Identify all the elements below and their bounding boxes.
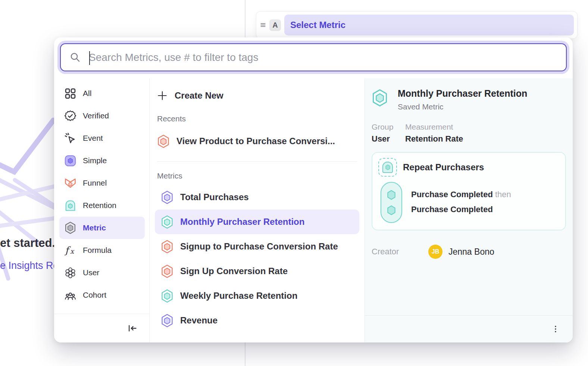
series-a-badge[interactable]: A [269, 19, 281, 31]
sidebar-item-label: Simple [83, 156, 107, 165]
text-caret [89, 51, 90, 65]
sidebar-item-metric[interactable]: Metric [59, 217, 145, 239]
sidebar-footer [54, 314, 149, 342]
measurement-value: Retention Rate [405, 134, 463, 144]
create-new-label: Create New [175, 90, 223, 101]
drag-handle-icon[interactable] [259, 21, 267, 29]
background-heading-fragment: et started. [0, 236, 55, 250]
recent-item[interactable]: View Product to Purchase Conversi... [157, 129, 357, 153]
grid-icon [65, 88, 76, 99]
event-hexagon-icon [387, 205, 396, 215]
creator-label: Creator [372, 247, 428, 257]
metrics-header: Metrics [157, 171, 357, 180]
definition-name: Repeat Purchasers [403, 162, 484, 173]
group-label: Group [372, 122, 405, 131]
metric-hexagon-icon [65, 222, 76, 234]
sidebar-item-all[interactable]: All [59, 82, 145, 105]
definition-connector: then [495, 190, 511, 199]
retention-arch-icon [65, 200, 76, 211]
metric-hexagon-icon [157, 134, 170, 148]
sidebar-item-funnel[interactable]: Funnel [59, 172, 145, 194]
sidebar-item-verified[interactable]: Verified [59, 105, 145, 127]
sidebar-item-label: Retention [83, 201, 116, 210]
detail-title: Monthly Purchaser Retention [398, 88, 527, 99]
metric-hexagon-icon [161, 289, 173, 303]
retention-behavior-icon [378, 158, 397, 177]
creator-row: Creator JB Jenna Bono [372, 245, 566, 259]
measurement-label: Measurement [405, 122, 453, 131]
saved-metric-icon [372, 89, 388, 107]
definition-step1: Purchase Completed [411, 190, 493, 199]
collapse-sidebar-button[interactable] [125, 321, 140, 335]
sidebar-item-simple[interactable]: Simple [59, 149, 145, 172]
search-input[interactable] [81, 46, 566, 69]
search-icon [69, 52, 81, 63]
metric-row-label: Signup to Purchase Conversion Rate [180, 241, 338, 252]
create-new-button[interactable]: Create New [157, 87, 357, 105]
sidebar-item-label: Event [83, 134, 103, 143]
group-value: User [372, 134, 405, 144]
sidebar-item-retention[interactable]: Retention [59, 194, 145, 217]
detail-subtitle: Saved Metric [398, 102, 527, 111]
metric-row[interactable]: Weekly Purchase Retention [155, 283, 359, 308]
event-sequence-pill [381, 182, 402, 223]
sidebar-item-label: Metric [83, 223, 106, 232]
metric-hexagon-icon [161, 190, 173, 204]
sidebar-item-cohort[interactable]: Cohort [59, 284, 145, 306]
definition-step2: Purchase Completed [411, 205, 493, 214]
metric-row-label: Revenue [180, 315, 218, 326]
detail-header: Monthly Purchaser Retention Saved Metric [372, 88, 566, 111]
metric-row-selected[interactable]: Monthly Purchaser Retention [155, 210, 359, 234]
background-link-fragment[interactable]: e Insights Re [0, 260, 59, 272]
event-cursor-icon [65, 133, 76, 144]
cohort-people-icon [65, 289, 76, 301]
event-hexagon-icon [387, 190, 396, 200]
metric-hexagon-icon [161, 264, 173, 278]
metric-hexagon-icon [161, 240, 173, 254]
plus-icon [157, 90, 168, 101]
metric-hexagon-icon [161, 215, 173, 229]
metric-row[interactable]: Signup to Purchase Conversion Rate [155, 234, 359, 259]
collapse-icon [128, 323, 137, 333]
sidebar-item-label: Funnel [83, 179, 107, 187]
verified-badge-icon [65, 110, 76, 122]
metric-row-label: Total Purchases [180, 192, 249, 202]
search-box[interactable] [60, 43, 567, 71]
sidebar-item-label: All [83, 89, 91, 98]
kebab-menu-icon [551, 325, 560, 333]
metric-list: Create New Recents View Product to Purch… [149, 78, 365, 342]
sidebar-item-formula[interactable]: ƒ x Formula [59, 239, 145, 261]
metric-definition-card: Repeat Purchasers Purchase Completed the… [372, 152, 566, 230]
simple-metric-icon [65, 155, 76, 167]
metric-detail-panel: Monthly Purchaser Retention Saved Metric… [365, 78, 573, 342]
metric-row[interactable]: Sign Up Conversion Rate [155, 259, 359, 283]
avatar: JB [428, 245, 442, 259]
recents-header: Recents [157, 114, 357, 123]
sidebar-item-label: User [83, 268, 99, 277]
metric-row[interactable]: Total Purchases [155, 185, 359, 210]
metric-selector-bar: A Select Metric [256, 11, 578, 39]
metric-row-label: Weekly Purchase Retention [180, 291, 297, 301]
more-options-button[interactable] [549, 322, 562, 336]
sidebar-item-label: Cohort [83, 291, 106, 300]
sidebar-item-label: Verified [83, 111, 109, 120]
metric-select-modal: All Verified [54, 37, 573, 342]
metric-row-label: Monthly Purchaser Retention [180, 217, 304, 227]
category-list: All Verified [54, 78, 149, 306]
metric-row[interactable]: Revenue [155, 308, 359, 333]
search-area [54, 37, 573, 78]
metric-hexagon-icon [161, 314, 173, 328]
metric-row-label: Sign Up Conversion Rate [180, 266, 288, 276]
metric-rows: Total Purchases Monthly Purchaser Retent… [157, 185, 357, 333]
recent-item-label: View Product to Purchase Conversi... [176, 136, 335, 146]
sidebar-item-user[interactable]: User [59, 261, 145, 284]
sidebar-item-label: Formula [83, 246, 112, 255]
creator-name: Jenna Bono [448, 247, 494, 257]
section-divider [157, 161, 357, 162]
select-metric-button[interactable]: Select Metric [284, 15, 574, 35]
detail-meta: Group Measurement User Retention Rate [372, 122, 566, 144]
detail-footer [365, 315, 573, 342]
user-cluster-icon [65, 267, 76, 279]
select-metric-label: Select Metric [290, 20, 345, 30]
sidebar-item-event[interactable]: Event [59, 127, 145, 149]
